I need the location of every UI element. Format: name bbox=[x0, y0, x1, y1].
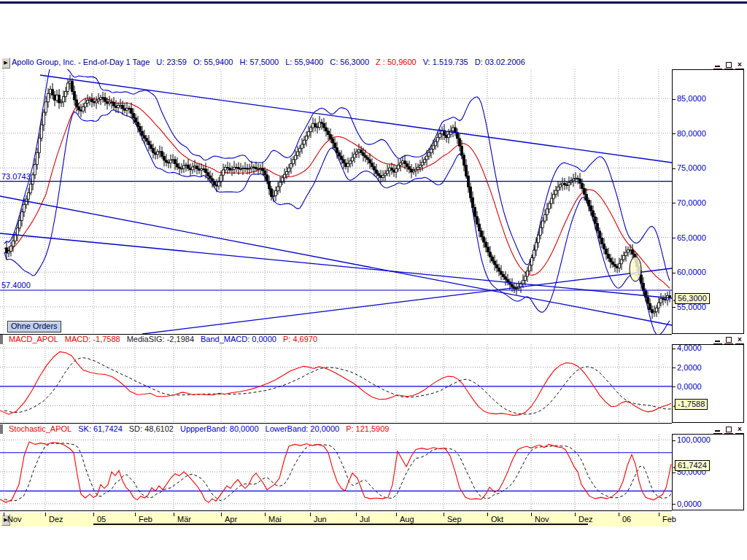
badge-arrow-icon: ◄ bbox=[672, 296, 676, 306]
stochastic-badge: 61,7424◄ bbox=[675, 460, 710, 471]
macd-title: MACD_APOLMACD: -1,7588MediaSIG: -2,1984B… bbox=[9, 335, 324, 343]
y-tickmark bbox=[673, 238, 676, 238]
maximize-icon[interactable] bbox=[724, 336, 733, 344]
header-field: Band_MACD: 0,0000 bbox=[201, 335, 276, 343]
y-axis-label: 80,0000 bbox=[677, 129, 706, 138]
month-label: 05 bbox=[97, 515, 106, 524]
close-icon[interactable]: × bbox=[735, 336, 744, 344]
time-scrollbar[interactable] bbox=[93, 524, 588, 525]
header-field: V: 1.519.735 bbox=[423, 58, 468, 66]
price-axis: 85,000080,000075,000070,000065,000060,00… bbox=[672, 69, 744, 334]
y-axis-label: 60,0000 bbox=[677, 268, 706, 276]
panel-divider bbox=[0, 423, 672, 424]
y-tickmark bbox=[673, 307, 676, 308]
level-label: 73.0743 bbox=[1, 172, 31, 181]
x-tickmark bbox=[45, 513, 46, 516]
y-tickmark bbox=[673, 99, 676, 100]
header-field: U: 23:59 bbox=[156, 58, 187, 66]
header-field: H: 57,5000 bbox=[239, 58, 279, 66]
level-label: 57.4000 bbox=[1, 281, 31, 289]
header-field: L: 55,9400 bbox=[285, 58, 323, 66]
close-icon[interactable]: × bbox=[735, 61, 744, 69]
macd-window-controls: × bbox=[713, 336, 744, 344]
macd-header: MACD_APOLMACD: -1,7588MediaSIG: -2,1984B… bbox=[0, 335, 747, 344]
ohne-orders-button[interactable]: Ohne Orders bbox=[7, 321, 61, 332]
x-tickmark bbox=[310, 513, 311, 516]
y-axis-label: 75,0000 bbox=[677, 163, 706, 172]
header-field: D: 03.02.2006 bbox=[475, 58, 525, 66]
panel-grip[interactable] bbox=[0, 335, 3, 344]
minimize-icon[interactable] bbox=[713, 336, 722, 344]
header-field: MediaSIG: -2,1984 bbox=[127, 335, 194, 343]
month-label: Dez bbox=[578, 515, 593, 524]
collapse-arrow-icon[interactable]: ▶ bbox=[1, 58, 10, 69]
month-label: Okt bbox=[491, 515, 503, 524]
month-label: Nov bbox=[535, 515, 549, 524]
trendline bbox=[0, 233, 672, 298]
header-field: P: 4,6970 bbox=[283, 335, 317, 343]
x-tickmark bbox=[4, 513, 4, 516]
month-label: Mär bbox=[177, 515, 191, 524]
y-tickmark bbox=[673, 349, 676, 349]
macd-badge: -1,7588◄ bbox=[675, 399, 708, 410]
x-tickmark bbox=[174, 513, 174, 516]
y-axis-label: 85,0000 bbox=[677, 94, 706, 103]
price-chart-plot[interactable]: 73.074357.4000 bbox=[0, 69, 672, 334]
minimize-icon[interactable] bbox=[713, 426, 722, 434]
header-field: MACD_APOL bbox=[9, 335, 58, 343]
y-tickmark bbox=[673, 168, 676, 169]
x-tickmark bbox=[487, 513, 488, 516]
x-tickmark bbox=[444, 513, 444, 516]
chart-title: Apollo Group, Inc. - End-of-Day 1 TageU:… bbox=[12, 58, 532, 66]
close-icon[interactable]: × bbox=[735, 426, 744, 434]
macd-plot[interactable] bbox=[0, 344, 672, 423]
month-label: Nov bbox=[7, 515, 22, 524]
header-field: P: 121,5909 bbox=[346, 424, 389, 433]
badge-arrow-icon: ◄ bbox=[672, 463, 676, 472]
stochastic-svg bbox=[0, 434, 672, 510]
main-window-controls: × bbox=[713, 61, 744, 69]
minimize-icon[interactable] bbox=[713, 61, 722, 69]
x-tickmark bbox=[221, 513, 222, 516]
price-chart-svg bbox=[0, 69, 672, 334]
macd-axis: 4,00002,00000,0000-1,7588◄ bbox=[672, 344, 744, 423]
main-chart-header: ▶ Apollo Group, Inc. - End-of-Day 1 Tage… bbox=[0, 57, 747, 69]
month-label: Feb bbox=[662, 515, 676, 524]
ellipse-annotation bbox=[630, 257, 641, 281]
price-badge: 56,3000◄ bbox=[675, 293, 710, 304]
macd-svg bbox=[0, 344, 672, 423]
header-field: SD: 48,6102 bbox=[129, 424, 174, 433]
y-tickmark bbox=[673, 504, 676, 505]
y-tickmark bbox=[673, 440, 676, 441]
month-label: Sep bbox=[447, 515, 462, 524]
trendline bbox=[0, 196, 672, 325]
x-tickmark bbox=[659, 513, 659, 516]
header-field: UppperBand: 80,0000 bbox=[180, 424, 259, 433]
header-field: Z : 50,9600 bbox=[376, 58, 417, 66]
header-field: C: 56,3000 bbox=[330, 58, 369, 66]
y-tickmark bbox=[673, 368, 676, 368]
x-tickmark bbox=[93, 513, 94, 516]
x-tickmark bbox=[575, 513, 576, 516]
panel-grip[interactable] bbox=[0, 424, 3, 434]
maximize-icon[interactable] bbox=[724, 61, 733, 69]
y-tickmark bbox=[673, 133, 676, 134]
charting-application: ▶ Apollo Group, Inc. - End-of-Day 1 Tage… bbox=[0, 0, 747, 560]
y-axis-label: 0,0000 bbox=[677, 499, 702, 508]
header-field: Stochastic_APOL bbox=[9, 424, 71, 433]
month-label: Aug bbox=[400, 515, 414, 524]
header-field: Apollo Group, Inc. - End-of-Day 1 Tage bbox=[12, 58, 150, 66]
stochastic-header: Stochastic_APOLSK: 61,7424SD: 48,6102Upp… bbox=[0, 424, 747, 434]
month-label: 06 bbox=[622, 515, 631, 524]
y-tickmark bbox=[673, 386, 676, 387]
month-label: Jun bbox=[314, 515, 327, 524]
x-tickmark bbox=[135, 513, 136, 516]
y-axis-label: 65,0000 bbox=[677, 233, 706, 242]
x-tickmark bbox=[356, 513, 357, 516]
y-axis-label: 100,0000 bbox=[677, 435, 711, 444]
maximize-icon[interactable] bbox=[724, 426, 733, 434]
stochastic-plot[interactable] bbox=[0, 434, 672, 510]
stochastic-axis: 100,000050,00000,000061,7424◄ bbox=[672, 434, 744, 510]
x-tickmark bbox=[531, 513, 532, 516]
header-field: MACD: -1,7588 bbox=[65, 335, 120, 343]
